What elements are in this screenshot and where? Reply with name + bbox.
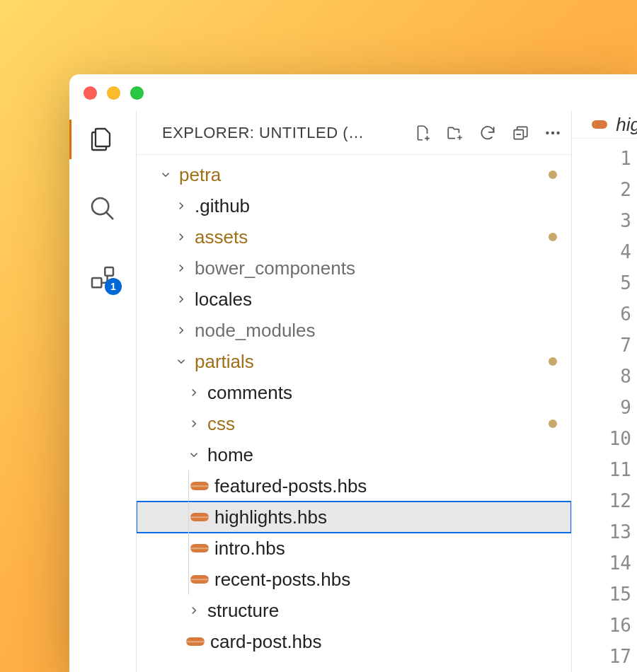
folder-structure[interactable]: structure xyxy=(137,595,571,626)
refresh-icon xyxy=(478,124,497,142)
line-number: 14 xyxy=(572,548,634,579)
editor-area: hig 1234567891011121314151617 xyxy=(572,111,637,672)
folder-comments[interactable]: comments xyxy=(137,377,571,408)
chevron-right-icon[interactable] xyxy=(173,323,189,338)
close-window-button[interactable] xyxy=(84,86,97,100)
zoom-window-button[interactable] xyxy=(130,86,144,100)
tree-item-label: home xyxy=(207,444,253,466)
tree-item-label: .github xyxy=(195,195,250,217)
file-recent-posts.hbs[interactable]: recent-posts.hbs xyxy=(137,564,571,595)
refresh-button[interactable] xyxy=(478,123,498,143)
chevron-down-icon[interactable] xyxy=(173,354,189,369)
activity-explorer[interactable] xyxy=(69,120,136,159)
chevron-right-icon[interactable] xyxy=(186,603,202,618)
svg-point-10 xyxy=(546,131,549,134)
svg-point-12 xyxy=(556,131,559,134)
modified-dot-icon xyxy=(549,233,557,241)
tree-item-label: highlights.hbs xyxy=(214,506,327,528)
folder-node_modules[interactable]: node_modules xyxy=(137,315,571,346)
file-tree[interactable]: petra.githubassetsbower_componentslocale… xyxy=(137,155,571,672)
line-number: 4 xyxy=(572,236,634,267)
more-icon xyxy=(544,124,562,142)
hbs-icon xyxy=(190,480,209,492)
svg-line-1 xyxy=(106,212,113,219)
app-window: 1 EXPLORER: UNTITLED (… xyxy=(69,74,637,672)
tree-item-label: structure xyxy=(207,600,279,622)
source-control-badge: 1 xyxy=(105,278,122,295)
hbs-icon xyxy=(592,120,607,129)
search-icon xyxy=(88,195,117,223)
line-number: 13 xyxy=(572,516,634,548)
svg-point-0 xyxy=(92,198,108,214)
folder-petra[interactable]: petra xyxy=(137,159,571,190)
more-actions-button[interactable] xyxy=(543,123,563,143)
file-featured-posts.hbs[interactable]: featured-posts.hbs xyxy=(137,470,571,502)
chevron-right-icon[interactable] xyxy=(173,260,189,276)
svg-rect-3 xyxy=(105,267,113,276)
collapse-all-button[interactable] xyxy=(510,123,530,143)
tree-item-label: comments xyxy=(207,382,292,404)
line-number: 3 xyxy=(572,205,634,236)
line-number: 16 xyxy=(572,610,634,641)
chevron-right-icon[interactable] xyxy=(173,198,189,214)
hbs-icon xyxy=(190,511,209,523)
folder-locales[interactable]: locales xyxy=(137,284,571,315)
new-file-button[interactable] xyxy=(413,123,432,143)
folder-home[interactable]: home xyxy=(137,439,571,470)
svg-point-11 xyxy=(551,131,554,134)
chevron-down-icon[interactable] xyxy=(158,167,173,183)
explorer-sidebar: EXPLORER: UNTITLED (… xyxy=(136,111,572,672)
files-icon xyxy=(88,125,117,153)
tree-item-label: bower_components xyxy=(195,257,355,279)
file-intro.hbs[interactable]: intro.hbs xyxy=(137,533,571,564)
explorer-header: EXPLORER: UNTITLED (… xyxy=(137,111,571,155)
line-number: 8 xyxy=(572,361,634,392)
modified-dot-icon xyxy=(549,419,557,428)
line-number: 12 xyxy=(572,485,634,516)
chevron-right-icon[interactable] xyxy=(173,229,189,245)
explorer-title: EXPLORER: UNTITLED (… xyxy=(162,124,413,142)
line-number: 6 xyxy=(572,299,634,330)
hbs-icon xyxy=(186,636,205,647)
folder-css[interactable]: css xyxy=(137,408,571,439)
file-card-post.hbs[interactable]: card-post.hbs xyxy=(137,626,571,657)
tree-item-label: assets xyxy=(195,226,248,248)
chevron-right-icon[interactable] xyxy=(173,291,189,307)
line-number: 7 xyxy=(572,330,634,361)
tree-item-label: partials xyxy=(195,351,254,373)
chevron-right-icon[interactable] xyxy=(186,416,202,431)
activity-source-control[interactable]: 1 xyxy=(69,258,136,298)
folder-partials[interactable]: partials xyxy=(137,346,571,377)
folder-bower_components[interactable]: bower_components xyxy=(137,253,571,284)
line-number: 15 xyxy=(572,579,634,610)
new-folder-button[interactable] xyxy=(445,123,465,143)
collapse-all-icon xyxy=(511,124,529,142)
tree-item-label: card-post.hbs xyxy=(210,631,322,653)
activity-bar: 1 xyxy=(69,111,136,672)
editor-tab-bar: hig xyxy=(572,111,637,139)
tree-item-label: locales xyxy=(195,289,252,311)
chevron-down-icon[interactable] xyxy=(186,447,202,463)
explorer-header-actions xyxy=(413,123,563,143)
tree-item-label: featured-posts.hbs xyxy=(214,475,367,497)
new-folder-icon xyxy=(446,124,464,142)
titlebar xyxy=(69,74,637,111)
folder-.github[interactable]: .github xyxy=(137,190,571,221)
tree-item-label: petra xyxy=(179,164,221,186)
line-number: 17 xyxy=(572,641,634,672)
hbs-icon xyxy=(190,574,209,585)
hbs-icon xyxy=(190,543,209,554)
file-highlights.hbs[interactable]: highlights.hbs xyxy=(137,502,571,533)
tree-item-label: intro.hbs xyxy=(214,538,285,560)
line-number: 10 xyxy=(572,423,634,454)
tree-item-label: css xyxy=(207,413,235,435)
open-tab-label[interactable]: hig xyxy=(616,114,637,136)
folder-assets[interactable]: assets xyxy=(137,221,571,253)
activity-search[interactable] xyxy=(69,189,136,228)
main-layout: 1 EXPLORER: UNTITLED (… xyxy=(69,111,637,672)
line-number: 5 xyxy=(572,267,634,299)
minimize-window-button[interactable] xyxy=(107,86,120,100)
chevron-right-icon[interactable] xyxy=(186,385,202,400)
modified-dot-icon xyxy=(549,357,557,366)
tree-item-label: recent-posts.hbs xyxy=(214,569,350,591)
